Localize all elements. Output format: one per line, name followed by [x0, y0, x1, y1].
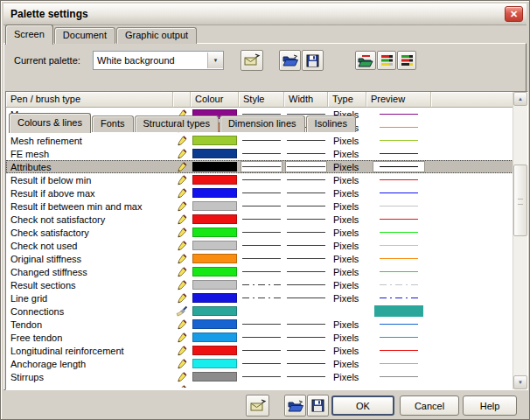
- row-tool-cell[interactable]: [173, 344, 191, 357]
- style-cell[interactable]: [239, 134, 284, 147]
- row-tool-cell[interactable]: [173, 357, 191, 370]
- row-tool-cell[interactable]: [173, 239, 191, 252]
- width-cell[interactable]: [284, 304, 328, 318]
- style-cell[interactable]: [239, 226, 284, 239]
- row-tool-cell[interactable]: [173, 304, 191, 318]
- width-cell[interactable]: [284, 200, 328, 213]
- close-button[interactable]: ✕: [505, 6, 523, 22]
- send-palette-button-footer[interactable]: [246, 395, 269, 416]
- table-row-anchorage-length[interactable]: Anchorage lengthPixels: [6, 357, 513, 370]
- colour-swatch[interactable]: [192, 359, 237, 368]
- style-cell[interactable]: [239, 357, 284, 370]
- colour-swatch[interactable]: [192, 293, 237, 303]
- table-row-connections[interactable]: Connections: [6, 304, 513, 318]
- row-tool-cell[interactable]: [173, 186, 191, 200]
- style-cell[interactable]: [239, 304, 284, 318]
- width-cell[interactable]: [284, 173, 328, 186]
- table-row-original-stiffness[interactable]: Original stiffnessPixels: [6, 252, 513, 265]
- table-row-partial[interactable]: [6, 383, 513, 388]
- width-cell[interactable]: [284, 291, 328, 304]
- row-tool-cell[interactable]: [173, 173, 191, 186]
- table-row-result-sections[interactable]: Result sectionsPixels: [6, 278, 513, 291]
- width-cell[interactable]: [284, 239, 328, 252]
- style-cell[interactable]: [239, 291, 284, 304]
- style-cell[interactable]: [239, 344, 284, 357]
- colour-set-button[interactable]: [377, 51, 396, 70]
- table-row-result-if-below-min[interactable]: Result if below minPixels: [6, 173, 513, 186]
- tab-graphic-output[interactable]: Graphic output: [116, 27, 197, 44]
- header-pen[interactable]: [173, 92, 191, 108]
- style-cell[interactable]: [239, 200, 284, 213]
- row-tool-cell[interactable]: [173, 213, 191, 226]
- style-cell[interactable]: [239, 213, 284, 226]
- edit-cell-box[interactable]: [285, 161, 327, 172]
- header-type[interactable]: Type: [328, 92, 366, 108]
- row-tool-cell[interactable]: [173, 265, 191, 278]
- colour-swatch[interactable]: [192, 136, 237, 145]
- table-row-result-if-above-max[interactable]: Result if above maxPixels: [6, 186, 513, 200]
- row-tool-cell[interactable]: [173, 278, 191, 291]
- import-palette-colors-button[interactable]: [355, 51, 376, 70]
- width-cell[interactable]: [284, 252, 328, 265]
- style-cell[interactable]: [239, 265, 284, 278]
- colour-swatch[interactable]: [192, 267, 237, 276]
- table-row-attributes[interactable]: AttributesPixels: [6, 160, 513, 173]
- table-row-tendon[interactable]: TendonPixels: [6, 318, 513, 331]
- width-cell[interactable]: [284, 278, 328, 291]
- current-palette-select[interactable]: White background ▼: [93, 51, 224, 70]
- subtab-dimension-lines[interactable]: Dimension lines: [220, 116, 305, 132]
- row-tool-cell[interactable]: [173, 226, 191, 239]
- colour-swatch[interactable]: [192, 346, 237, 355]
- subtab-isolines[interactable]: Isolines: [306, 116, 356, 132]
- table-row-check-not-used[interactable]: Check not usedPixels: [6, 239, 513, 252]
- width-cell[interactable]: [284, 318, 328, 331]
- header-width[interactable]: Width: [284, 92, 328, 108]
- colour-swatch[interactable]: [192, 175, 237, 185]
- width-cell[interactable]: [284, 226, 328, 239]
- header-preview[interactable]: Preview: [366, 92, 431, 108]
- subtab-colours-lines[interactable]: Colours & lines: [9, 113, 91, 133]
- table-row-check-not-satisfactory[interactable]: Check not satisfactoryPixels: [6, 213, 513, 226]
- width-cell[interactable]: [284, 331, 328, 344]
- send-palette-button[interactable]: [241, 50, 263, 71]
- style-cell[interactable]: [239, 173, 284, 186]
- style-cell[interactable]: [239, 370, 284, 383]
- style-cell[interactable]: [239, 160, 284, 173]
- colour-swatch[interactable]: [192, 332, 237, 342]
- subtab-fonts[interactable]: Fonts: [92, 116, 134, 132]
- header-pen-brush-type[interactable]: Pen / brush type: [6, 92, 173, 108]
- help-button[interactable]: Help: [463, 396, 517, 416]
- width-cell[interactable]: [284, 213, 328, 226]
- width-cell[interactable]: [284, 134, 328, 147]
- colour-swatch[interactable]: [192, 149, 237, 158]
- ok-button[interactable]: OK: [331, 396, 394, 416]
- combo-dropdown-button[interactable]: ▼: [207, 52, 223, 68]
- row-tool-cell[interactable]: [173, 291, 191, 304]
- style-cell[interactable]: [239, 147, 284, 160]
- table-row-stirrups[interactable]: StirrupsPixels: [6, 370, 513, 383]
- style-cell[interactable]: [239, 186, 284, 200]
- row-tool-cell[interactable]: [173, 331, 191, 344]
- width-cell[interactable]: [284, 370, 328, 383]
- colour-swatch[interactable]: [192, 201, 237, 211]
- edit-cell-box[interactable]: [241, 161, 282, 172]
- colour-swatch[interactable]: [192, 254, 237, 263]
- table-row-mesh-refinement[interactable]: Mesh refinementPixels: [6, 134, 513, 147]
- vertical-scrollbar[interactable]: ▲ ▼: [513, 92, 527, 389]
- row-tool-cell[interactable]: [173, 134, 191, 147]
- header-colour[interactable]: Colour: [191, 92, 239, 108]
- row-tool-cell[interactable]: [173, 147, 191, 160]
- open-palette-button[interactable]: [279, 50, 301, 71]
- colour-swatch[interactable]: [192, 188, 237, 198]
- colour-swatch[interactable]: [192, 162, 237, 172]
- width-cell[interactable]: [284, 265, 328, 278]
- tab-screen[interactable]: Screen: [5, 24, 53, 45]
- scroll-up-icon[interactable]: ▲: [513, 92, 527, 106]
- table-row-result-if-between-min-and-max[interactable]: Result if between min and maxPixels: [6, 200, 513, 213]
- row-tool-cell[interactable]: [173, 200, 191, 213]
- width-cell[interactable]: [284, 186, 328, 200]
- colour-swatch[interactable]: [192, 214, 237, 224]
- open-palette-button-footer[interactable]: [284, 395, 306, 416]
- colour-swatch[interactable]: [192, 241, 237, 250]
- header-style[interactable]: Style: [239, 92, 284, 108]
